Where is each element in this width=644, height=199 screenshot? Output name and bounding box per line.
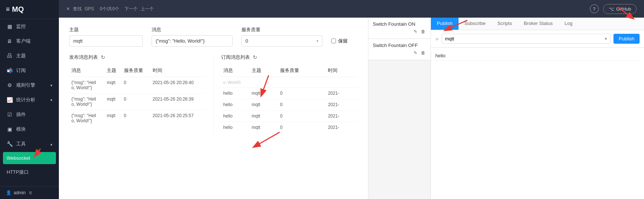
- refresh-icon[interactable]: ↻: [101, 54, 105, 60]
- modules-icon: ▣: [7, 126, 13, 132]
- cell-message: hello: [221, 99, 250, 111]
- retain-label: 保留: [338, 38, 348, 44]
- logo-icon: ≡: [6, 6, 10, 13]
- logo-text: MQ: [12, 5, 24, 14]
- mqtt-tabs: Publish Subscribe Scripts Broker Status …: [431, 18, 644, 30]
- sidebar-item-tools[interactable]: 🔧 工具 ▴: [0, 137, 59, 151]
- tab-scripts[interactable]: Scripts: [491, 18, 518, 30]
- cell-qos: 0: [278, 88, 326, 99]
- cell-empty: o, World!}: [221, 77, 358, 88]
- col-topic: 主题: [250, 64, 278, 77]
- edit-icon[interactable]: ✎: [413, 50, 418, 56]
- subscribe-table: 消息 主题 服务质量 时间 o, World!} hello: [221, 64, 358, 133]
- mqtt-publish-row: » mqtt ▾ Publish: [435, 34, 640, 44]
- mqtt-message-item: hello: [435, 51, 640, 61]
- subscription-label-off: Switch Fountain OFF: [373, 43, 426, 48]
- col-time: 时间: [326, 64, 358, 77]
- subscribe-table-header: 订阅消息列表 ↻: [221, 54, 358, 61]
- qos-group: 服务质量 0 ▾: [241, 26, 322, 47]
- subscription-item-on: Switch Fountain ON ✎ 🗑: [368, 18, 431, 39]
- cell-message: hello: [221, 122, 250, 133]
- cell-time: 2021-: [326, 88, 358, 99]
- retain-group: 保留: [331, 35, 348, 47]
- subscription-label-on: Switch Fountain ON: [373, 21, 426, 27]
- tab-broker-status[interactable]: Broker Status: [518, 18, 559, 30]
- sidebar-item-label: 统计分析: [16, 97, 35, 103]
- cell-topic: mqtt: [250, 122, 278, 133]
- topic-label: 主题: [69, 26, 143, 33]
- github-icon: ⌥: [609, 6, 614, 12]
- search-count: 0个/共0个: [100, 6, 119, 12]
- arrows-icon: »: [435, 36, 439, 42]
- tab-subscribe[interactable]: Subscribe: [459, 18, 492, 30]
- message-group: 消息: [152, 26, 233, 47]
- sidebar-item-subscriptions[interactable]: 📬 订阅: [0, 63, 59, 78]
- qos-select[interactable]: 0 ▾: [241, 35, 322, 47]
- chevron-down-icon: ▾: [50, 98, 52, 102]
- edit-icon[interactable]: ✎: [413, 28, 418, 35]
- sidebar-item-plugins[interactable]: ☑ 插件: [0, 107, 59, 122]
- github-label: GitHub: [616, 6, 631, 12]
- table-row: o, World!}: [221, 77, 358, 88]
- prev-btn[interactable]: 上一个: [141, 6, 154, 12]
- subscriptions-icon: 📬: [7, 68, 13, 73]
- refresh-icon[interactable]: ↻: [253, 54, 257, 60]
- next-btn[interactable]: 下一个: [124, 6, 138, 12]
- delete-icon[interactable]: 🗑: [420, 50, 426, 56]
- table-row: {"msg": "Hello, World!"} mqtt 0 2021-05-…: [69, 110, 206, 127]
- tab-log[interactable]: Log: [559, 18, 578, 30]
- cell-message: hello: [221, 88, 250, 99]
- sidebar-footer: 👤 admin ⎘: [0, 186, 59, 199]
- col-qos: 服务质量: [278, 64, 326, 77]
- sidebar-item-label: 监控: [16, 23, 26, 30]
- topic-input[interactable]: [69, 35, 143, 47]
- copy-icon: ⎘: [29, 191, 32, 195]
- publish-table-block: 发布消息列表 ↻ 消息 主题 服务质量 时间: [69, 54, 213, 133]
- user-icon: 👤: [6, 190, 11, 195]
- analytics-icon: 📈: [7, 97, 13, 103]
- publish-table-header: 发布消息列表 ↻: [69, 54, 206, 61]
- cell-time: 2021-: [326, 122, 358, 133]
- ws-panel: 主题 消息 服务质量 0 ▾ 保留: [59, 18, 644, 199]
- cell-time: 2021-05-26 20:26:39: [151, 94, 206, 110]
- mqtt-topic-select[interactable]: mqtt ▾: [442, 34, 611, 44]
- tab-publish[interactable]: Publish: [431, 18, 459, 30]
- sidebar-item-clients[interactable]: 🖥 客户端: [0, 34, 59, 48]
- sidebar-item-websocket[interactable]: Websocket: [3, 152, 56, 164]
- sidebar-item-label: 客户端: [16, 38, 31, 44]
- topbar-right: ? ⌥ GitHub: [590, 4, 637, 14]
- subscribe-table-block: 订阅消息列表 ↻ 消息 主题 服务质量 时间: [213, 54, 358, 133]
- chevron-down-icon: ▾: [605, 36, 607, 41]
- message-input[interactable]: [152, 35, 233, 47]
- sidebar-item-label: 规则引擎: [16, 82, 35, 88]
- subscriptions-panel: Switch Fountain ON ✎ 🗑 Switch Fountain O…: [368, 18, 431, 199]
- qos-label: 服务质量: [241, 26, 322, 33]
- sidebar-item-modules[interactable]: ▣ 模块: [0, 122, 59, 137]
- sidebar-item-analytics[interactable]: 📈 统计分析 ▾: [0, 93, 59, 107]
- cell-topic: mqtt: [105, 110, 121, 127]
- sidebar-item-topics[interactable]: 品 主题: [0, 48, 59, 63]
- switch-fountain-on-text: Switch Fountain ON: [373, 21, 415, 27]
- chevron-down-icon: ▾: [50, 83, 52, 87]
- publish-button[interactable]: Publish: [613, 34, 640, 44]
- github-button[interactable]: ⌥ GitHub: [603, 4, 637, 14]
- sub-item-actions: ✎ 🗑: [373, 50, 426, 56]
- cell-topic: mqtt: [105, 77, 121, 94]
- plugins-icon: ☑: [7, 112, 13, 117]
- sidebar-item-http-label: HTTP接口: [7, 169, 29, 176]
- topbar-search: ✕ 查找 GPS 0个/共0个 下一个 上一个: [66, 6, 154, 12]
- cell-message: {"msg": "Hello, World!"}: [69, 110, 105, 127]
- sidebar-item-monitor[interactable]: ▦ 监控: [0, 19, 59, 34]
- close-icon[interactable]: ✕: [66, 6, 70, 11]
- help-icon[interactable]: ?: [590, 4, 599, 13]
- publish-list-title: 发布消息列表: [69, 54, 98, 61]
- cell-message: {"msg": "Hello, World!"}: [69, 77, 105, 94]
- delete-icon[interactable]: 🗑: [420, 28, 426, 35]
- sidebar-item-rules[interactable]: ⚙ 规则引擎 ▾: [0, 78, 59, 93]
- qos-value: 0: [245, 38, 248, 44]
- retain-checkbox[interactable]: [331, 39, 336, 43]
- subscribe-list-title: 订阅消息列表: [221, 54, 250, 61]
- sidebar-item-http[interactable]: HTTP接口: [0, 165, 59, 180]
- main-area: ✕ 查找 GPS 0个/共0个 下一个 上一个 ? ⌥ GitHub 主题: [59, 0, 644, 199]
- username-label: admin: [14, 190, 26, 195]
